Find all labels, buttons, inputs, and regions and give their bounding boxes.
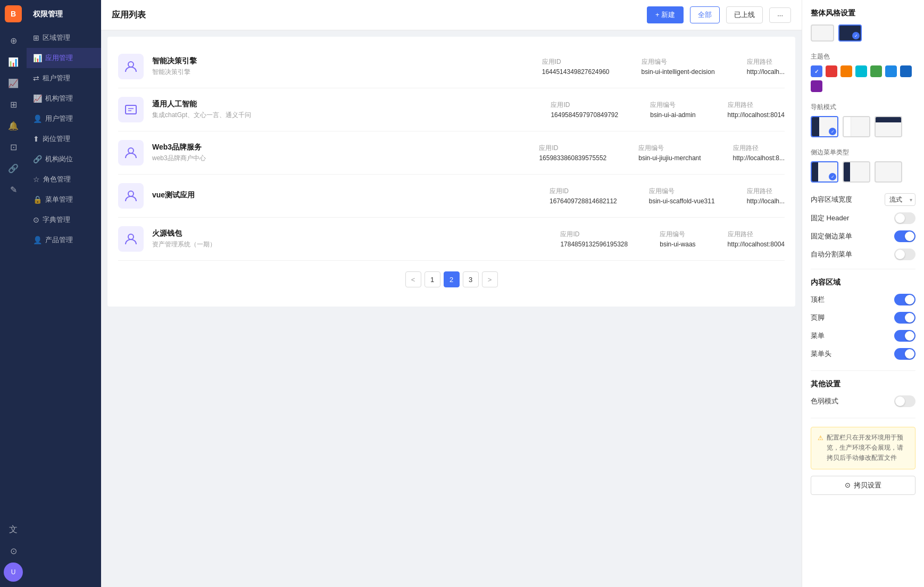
app-icon-1 [118, 54, 144, 79]
app-meta-1: 应用ID 1644514349827624960 应用编号 bsin-ui-in… [542, 57, 785, 76]
nav-mode-top[interactable] [875, 116, 902, 137]
app-desc-2: 集成chatGpt、文心一言、通义千问 [152, 111, 551, 120]
color-swatch-red[interactable] [826, 65, 837, 77]
footer-toggle[interactable] [894, 312, 915, 324]
nav-check: ✓ [829, 128, 836, 135]
color-swatches [811, 65, 915, 92]
sidebar-item-user[interactable]: 👤 用户管理 [27, 109, 101, 129]
app-desc-3: web3品牌商户中心 [152, 154, 539, 163]
copy-settings-button[interactable]: ⊙ 拷贝设置 [811, 476, 915, 495]
color-swatch-cyan[interactable] [855, 65, 867, 77]
sidebar-type-3[interactable] [875, 161, 902, 183]
nav-icon-github[interactable]: ⊙ [4, 541, 23, 560]
header-toggle[interactable] [894, 294, 915, 305]
app-meta-4: 应用ID 1676409728814682112 应用编号 bsin-ui-sc… [550, 187, 785, 205]
svg-point-2 [128, 148, 134, 153]
nav-icon-table[interactable]: ⊞ [4, 95, 23, 114]
sidebar-item-apps[interactable]: 📊 应用管理 [27, 48, 101, 68]
sidebar-type-options: ✓ [811, 161, 915, 183]
meta-label: 应用ID [542, 57, 610, 67]
nav-mode-dark-sidebar[interactable]: ✓ [811, 116, 838, 137]
pagination-next[interactable]: > [482, 271, 498, 287]
auto-split-toggle[interactable] [894, 249, 915, 260]
pagination-page-3[interactable]: 3 [463, 271, 479, 287]
color-swatch-green[interactable] [870, 65, 882, 77]
nav-icon-grid[interactable]: ⊡ [4, 137, 23, 156]
style-dark[interactable]: ✓ [838, 24, 862, 42]
svg-rect-1 [126, 105, 136, 114]
pagination-prev[interactable]: < [405, 271, 421, 287]
copy-icon: ⊙ [845, 481, 851, 489]
style-section: 整体风格设置 ✓ [811, 9, 915, 42]
nav-icon-bell[interactable]: 🔔 [4, 116, 23, 135]
nav-icon-translate[interactable]: 文 [4, 520, 23, 539]
filter-online-button[interactable]: 已上线 [726, 6, 763, 23]
list-item: vue测试应用 应用ID 1676409728814682112 应用编号 bs… [118, 175, 785, 218]
sidebar-item-region[interactable]: ⊞ 区域管理 [27, 28, 101, 48]
divider-3 [811, 418, 915, 418]
sidebar-item-tenant[interactable]: ⇄ 租户管理 [27, 68, 101, 88]
header-toggle-label: 顶栏 [811, 295, 825, 304]
content-width-select[interactable]: 流式 [885, 193, 915, 206]
fixed-sidebar-toggle[interactable] [894, 230, 915, 242]
sidebar-type-section: 侧边菜单类型 ✓ [811, 148, 915, 183]
sidebar-title: 权限管理 [27, 5, 101, 28]
nav-icon-avatar[interactable]: U [4, 563, 23, 582]
divider-1 [811, 269, 915, 269]
app-info-2: 通用人工智能 集成chatGpt、文心一言、通义千问 [152, 100, 551, 120]
app-meta-5: 应用ID 1784859132596195328 应用编号 bsin-ui-wa… [560, 230, 785, 248]
sidebar-item-label-product: 产品管理 [45, 235, 73, 245]
fixed-header-toggle[interactable] [894, 212, 915, 224]
role-icon: ☆ [33, 175, 40, 184]
menu-toggle[interactable] [894, 330, 915, 342]
color-swatch-lightblue[interactable] [885, 65, 897, 77]
content-area-section: 内容区域 顶栏 页脚 菜单 菜单头 [811, 278, 915, 360]
new-button[interactable]: + 新建 [647, 6, 684, 23]
app-meta-2: 应用ID 1649584597970849792 应用编号 bsin-ui-ai… [551, 101, 785, 119]
menu-header-toggle[interactable] [894, 348, 915, 360]
sidebar-type-1[interactable]: ✓ [811, 161, 838, 183]
nav-icon-apps[interactable]: 📊 [4, 52, 23, 71]
nav-mode-title: 导航模式 [811, 103, 915, 112]
sidebar-item-role[interactable]: ☆ 角色管理 [27, 169, 101, 189]
fixed-header-row: 固定 Header [811, 212, 915, 224]
sidebar-item-product[interactable]: 👤 产品管理 [27, 230, 101, 250]
list-item: Web3品牌服务 web3品牌商户中心 应用ID 165983386083957… [118, 131, 785, 175]
footer-toggle-row: 页脚 [811, 312, 915, 324]
pagination-page-1[interactable]: 1 [424, 271, 440, 287]
sidebar-item-dict[interactable]: ⊙ 字典管理 [27, 210, 101, 230]
color-swatch-orange[interactable] [840, 65, 852, 77]
menu-toggle-row: 菜单 [811, 330, 915, 342]
sidebar-item-menu[interactable]: 🔒 菜单管理 [27, 189, 101, 210]
filter-all-button[interactable]: 全部 [690, 6, 720, 23]
app-desc-5: 资产管理系统（一期） [152, 240, 560, 249]
svg-point-3 [128, 191, 134, 196]
settings-panel: 整体风格设置 ✓ 主题色 导航模式 [802, 0, 924, 587]
fixed-sidebar-label: 固定侧边菜单 [811, 232, 852, 241]
info-icon: ⚠ [818, 433, 823, 464]
footer-toggle-label: 页脚 [811, 313, 825, 323]
sidebar-type-2[interactable] [843, 161, 870, 183]
sidebar-item-post[interactable]: ⬆ 岗位管理 [27, 129, 101, 149]
menu-icon: 🔒 [33, 195, 42, 204]
color-swatch-darkblue[interactable] [900, 65, 912, 77]
color-swatch-purple[interactable] [811, 80, 822, 92]
style-check: ✓ [852, 32, 860, 39]
style-light[interactable] [811, 24, 834, 42]
nav-icon-edit[interactable]: ✎ [4, 180, 23, 199]
color-swatch-blue[interactable] [811, 65, 822, 77]
sidebar-item-label-menu: 菜单管理 [45, 195, 73, 204]
nav-icon-home[interactable]: ⊕ [4, 31, 23, 50]
color-blind-toggle[interactable] [894, 395, 915, 407]
filter-more-button[interactable]: ··· [769, 7, 791, 23]
nav-mode-white-sidebar[interactable] [843, 116, 870, 137]
nav-icon-link[interactable]: 🔗 [4, 159, 23, 178]
meta-value: 1644514349827624960 [542, 68, 610, 76]
app-list: 智能决策引擎 智能决策引擎 应用ID 1644514349827624960 应… [107, 37, 795, 307]
pagination-page-2[interactable]: 2 [444, 271, 460, 287]
nav-icon-chart[interactable]: 📈 [4, 73, 23, 93]
region-icon: ⊞ [33, 34, 39, 42]
sidebar-item-label-post: 岗位管理 [43, 134, 70, 144]
sidebar-item-org[interactable]: 📈 机构管理 [27, 88, 101, 109]
sidebar-item-org-post[interactable]: 🔗 机构岗位 [27, 149, 101, 169]
